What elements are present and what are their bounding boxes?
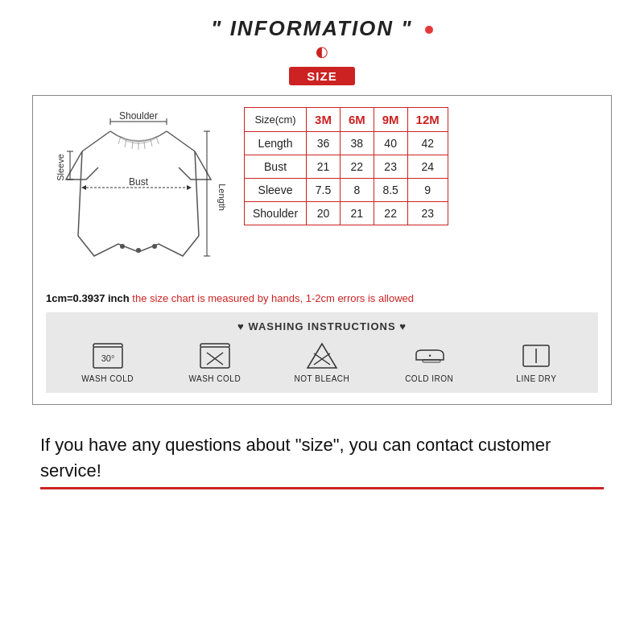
svg-point-6 (152, 244, 157, 249)
table-row: Length36384042 (245, 132, 448, 155)
wash-label-iron: COLD IRON (405, 374, 453, 383)
row-value: 8.5 (374, 179, 407, 202)
bottom-underline (40, 487, 604, 489)
svg-rect-32 (200, 347, 229, 368)
col-9m: 9M (374, 108, 407, 132)
svg-text:30°: 30° (101, 353, 114, 363)
wash-item-cold1: 30° WASH COLD (80, 341, 136, 383)
washing-section: ♥ WASHING INSTRUCTIONS ♥ 30° WASH COLD (46, 312, 598, 393)
wash-label-cold1: WASH COLD (81, 374, 134, 383)
wash-item-dry: LINE DRY (508, 341, 564, 383)
row-value: 38 (340, 132, 374, 155)
table-row: Sleeve7.588.59 (245, 179, 448, 202)
wash-item-bleach: NOT BLEACH (294, 341, 350, 383)
size-table: Size(cm) 3M 6M 9M 12M Length36384042Bust… (244, 107, 448, 225)
wash-icons-row: 30° WASH COLD WASH C (54, 341, 590, 383)
table-row: Shoulder20212223 (245, 202, 448, 225)
row-value: 23 (374, 155, 407, 179)
diagram-svg: Shoulder Sleeve Bust Length (46, 107, 231, 284)
wash-label-dry: LINE DRY (516, 374, 556, 383)
row-label: Sleeve (245, 179, 307, 202)
wash-item-cold2: WASH COLD (187, 341, 243, 383)
line-dry-icon (518, 341, 554, 371)
page: " INFORMATION " ◐ SIZE (0, 0, 644, 644)
wash-label-cold2: WASH COLD (188, 374, 241, 383)
title-text: " INFORMATION " (211, 16, 413, 40)
cold-iron-icon: • (411, 341, 447, 371)
garment-diagram: Shoulder Sleeve Bust Length (46, 107, 231, 284)
svg-text:Shoulder: Shoulder (119, 110, 158, 122)
no-bleach-icon (304, 341, 340, 371)
size-badge: SIZE (289, 67, 354, 85)
row-value: 40 (374, 132, 407, 155)
svg-line-3 (195, 151, 199, 236)
row-value: 20 (307, 202, 341, 225)
main-content-box: Shoulder Sleeve Bust Length (32, 95, 612, 405)
row-value: 21 (307, 155, 341, 179)
row-value: 36 (307, 132, 341, 155)
wash-label-bleach: NOT BLEACH (295, 374, 350, 383)
row-label: Length (245, 132, 307, 155)
header-dot (425, 26, 433, 34)
svg-point-4 (120, 244, 125, 249)
svg-text:Sleeve: Sleeve (56, 154, 65, 181)
row-value: 22 (340, 155, 374, 179)
row-value: 23 (407, 202, 448, 225)
row-value: 21 (340, 202, 374, 225)
svg-rect-38 (423, 360, 440, 362)
svg-line-0 (82, 131, 110, 151)
table-row: Bust21222324 (245, 155, 448, 179)
col-size-label: Size(cm) (245, 108, 307, 132)
col-3m: 3M (307, 108, 341, 132)
col-6m: 6M (340, 108, 374, 132)
size-table-container: Size(cm) 3M 6M 9M 12M Length36384042Bust… (244, 107, 598, 284)
note-red: the size chart is measured by hands, 1-2… (130, 292, 414, 304)
row-label: Bust (245, 155, 307, 179)
svg-line-2 (78, 151, 82, 236)
wash-title: ♥ WASHING INSTRUCTIONS ♥ (54, 320, 590, 332)
row-value: 42 (407, 132, 448, 155)
table-header-row: Size(cm) 3M 6M 9M 12M (245, 108, 448, 132)
row-label: Shoulder (245, 202, 307, 225)
header: " INFORMATION " ◐ (211, 16, 433, 60)
bottom-section: If you have any questions about "size", … (32, 432, 612, 489)
clock-icon: ◐ (211, 43, 433, 60)
wash-cold-icon: 30° (90, 341, 126, 371)
col-12m: 12M (407, 108, 448, 132)
size-note: 1cm=0.3937 inch the size chart is measur… (46, 292, 598, 304)
svg-text:•: • (429, 352, 431, 360)
svg-text:Bust: Bust (129, 176, 149, 188)
bottom-paragraph: If you have any questions about "size", … (40, 432, 604, 484)
svg-marker-24 (187, 185, 192, 190)
wash-item-iron: • COLD IRON (401, 341, 457, 383)
wash-cold2-icon (197, 341, 233, 371)
page-title: " INFORMATION " (211, 16, 433, 41)
row-value: 24 (407, 155, 448, 179)
row-value: 22 (374, 202, 407, 225)
row-value: 7.5 (307, 179, 341, 202)
row-value: 8 (340, 179, 374, 202)
size-section: Shoulder Sleeve Bust Length (46, 107, 598, 284)
svg-marker-35 (308, 344, 336, 368)
note-black: 1cm=0.3937 inch (46, 292, 130, 304)
svg-line-1 (167, 131, 195, 151)
row-value: 9 (407, 179, 448, 202)
svg-point-5 (136, 248, 141, 253)
svg-text:Length: Length (217, 184, 227, 211)
svg-marker-23 (81, 185, 86, 190)
